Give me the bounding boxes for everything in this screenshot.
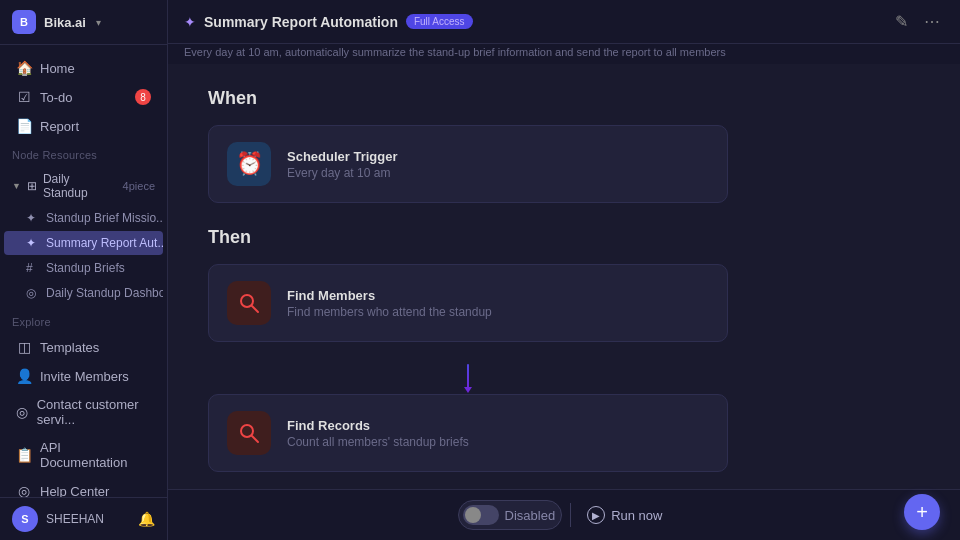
user-name: SHEEHAN [46,512,104,526]
api-icon: 📋 [16,447,32,463]
search-records-icon [238,422,260,444]
sidebar-report-label: Report [40,119,79,134]
sidebar-help-label: Help Center [40,484,109,498]
svg-line-1 [252,306,258,312]
node-item-label: Summary Report Aut... [46,236,163,250]
run-icon: ▶ [587,506,605,524]
sidebar-item-report[interactable]: 📄 Report [4,112,163,140]
brand-chevron-icon: ▾ [96,17,101,28]
sidebar-item-templates[interactable]: ◫ Templates [4,333,163,361]
when-section-title: When [208,88,920,109]
node-item-standup-briefs[interactable]: # Standup Briefs [4,256,163,280]
svg-point-2 [241,425,253,437]
sidebar-footer: S SHEEHAN 🔔 [0,497,167,540]
fab-button[interactable]: + [904,494,940,530]
sidebar-api-label: API Documentation [40,440,151,470]
contact-icon: ◎ [16,404,29,420]
find-members-info: Find Members Find members who attend the… [287,288,492,319]
scheduler-trigger-card[interactable]: ⏰ Scheduler Trigger Every day at 10 am [208,125,728,203]
connector-1 [208,358,728,394]
sidebar-invite-label: Invite Members [40,369,129,384]
node-item-label: Standup Briefs [46,261,125,275]
toggle-switch[interactable] [463,505,499,525]
sidebar-item-invite-members[interactable]: 👤 Invite Members [4,362,163,390]
sidebar-templates-label: Templates [40,340,99,355]
find-members-desc: Find members who attend the standup [287,305,492,319]
sidebar-item-todo[interactable]: ☑ To-do 8 [4,83,163,111]
scheduler-icon-wrap: ⏰ [227,142,271,186]
run-now-button[interactable]: ▶ Run now [579,502,670,528]
node-group-icon: ⊞ [27,179,37,193]
page-title: Summary Report Automation [204,14,398,30]
templates-icon: ◫ [16,339,32,355]
notification-bell-icon[interactable]: 🔔 [138,511,155,527]
sidebar-item-api-docs[interactable]: 📋 API Documentation [4,434,163,476]
sidebar-contact-label: Contact customer servi... [37,397,151,427]
toggle-label: Disabled [505,508,556,523]
scheduler-card-info: Scheduler Trigger Every day at 10 am [287,149,398,180]
node-item-label: Daily Standup Dashboard [46,286,163,300]
sidebar-home-label: Home [40,61,75,76]
sidebar-todo-label: To-do [40,90,73,105]
access-badge: Full Access [406,14,473,29]
toggle-knob [465,507,481,523]
topbar-subtitle: Every day at 10 am, automatically summar… [168,44,960,64]
find-members-icon-wrap [227,281,271,325]
edit-button[interactable]: ✎ [891,10,912,33]
node-item-daily-standup-dashboard[interactable]: ◎ Daily Standup Dashboard [4,281,163,305]
node-item-standup-brief-mission[interactable]: ✦ Standup Brief Missio... [4,206,163,230]
explore-label: Explore [0,308,167,332]
find-records-title: Find Records [287,418,469,433]
svg-point-0 [241,295,253,307]
find-records-desc: Count all members' standup briefs [287,435,469,449]
main-area: ✦ Summary Report Automation Full Access … [168,0,960,540]
search-icon [238,292,260,314]
sparkle-icon: ✦ [26,211,40,225]
then-section: Then Find Members Find members who atten… [208,227,920,489]
find-records-icon-wrap [227,411,271,455]
node-item-label: Standup Brief Missio... [46,211,163,225]
toggle-group[interactable]: Disabled [458,500,563,530]
content-area: When ⏰ Scheduler Trigger Every day at 10… [168,64,960,489]
scheduler-card-title: Scheduler Trigger [287,149,398,164]
topbar: ✦ Summary Report Automation Full Access … [168,0,960,44]
bottom-bar: Disabled ▶ Run now + [168,489,960,540]
automation-icon: ✦ [184,14,196,30]
svg-line-3 [252,436,258,442]
sidebar-nav: 🏠 Home ☑ To-do 8 📄 Report Node Resources… [0,45,167,497]
node-group-daily-standup: ▼ ⊞ Daily Standup 4piece ✦ Standup Brief… [0,165,167,308]
home-icon: 🏠 [16,60,32,76]
topbar-actions: ✎ ⋯ [891,10,944,33]
scheduler-card-desc: Every day at 10 am [287,166,398,180]
node-group-label: Daily Standup [43,172,117,200]
run-now-label: Run now [611,508,662,523]
connector-line-1 [467,364,469,388]
help-icon: ◎ [16,483,32,497]
brand-name: Bika.ai [44,15,86,30]
find-records-card[interactable]: Find Records Count all members' standup … [208,394,728,472]
circle-icon: ◎ [26,286,40,300]
todo-icon: ☑ [16,89,32,105]
invite-icon: 👤 [16,368,32,384]
sidebar-item-home[interactable]: 🏠 Home [4,54,163,82]
report-icon: 📄 [16,118,32,134]
sparkle-icon: ✦ [26,236,40,250]
find-members-card[interactable]: Find Members Find members who attend the… [208,264,728,342]
hash-icon: # [26,261,40,275]
find-records-info: Find Records Count all members' standup … [287,418,469,449]
chevron-down-icon: ▼ [12,181,21,191]
node-item-summary-report-aut[interactable]: ✦ Summary Report Aut... [4,231,163,255]
bottom-bar-divider [570,503,571,527]
find-members-title: Find Members [287,288,492,303]
node-resources-label: Node Resources [0,141,167,165]
sidebar: B Bika.ai ▾ 🏠 Home ☑ To-do 8 📄 Report No… [0,0,168,540]
then-section-title: Then [208,227,920,248]
sidebar-header[interactable]: B Bika.ai ▾ [0,0,167,45]
node-group-header[interactable]: ▼ ⊞ Daily Standup 4piece [4,167,163,205]
sidebar-item-contact-customer[interactable]: ◎ Contact customer servi... [4,391,163,433]
brand-logo: B [12,10,36,34]
todo-badge: 8 [135,89,151,105]
more-button[interactable]: ⋯ [920,10,944,33]
node-piece-count: 4piece [123,180,155,192]
sidebar-item-help-center[interactable]: ◎ Help Center [4,477,163,497]
